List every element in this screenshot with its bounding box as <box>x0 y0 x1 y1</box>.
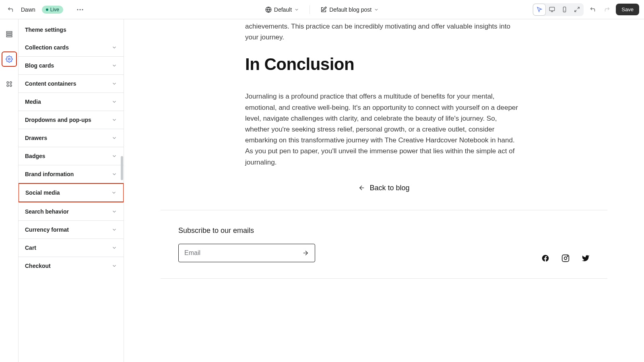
arrow-left-icon <box>358 184 365 191</box>
email-placeholder: Email <box>184 249 302 257</box>
article-paragraph: Journaling is a profound practice that o… <box>245 91 523 167</box>
topbar: Dawn Live Default Default blog post <box>0 0 644 19</box>
setting-search-behavior[interactable]: Search behavior <box>19 202 124 220</box>
svg-point-17 <box>10 82 12 84</box>
topbar-center: Default Default blog post <box>216 5 427 14</box>
instagram-icon[interactable] <box>561 254 570 262</box>
scrollbar-thumb[interactable] <box>121 156 123 180</box>
status-label: Live <box>50 7 59 12</box>
chevron-down-icon <box>111 263 117 269</box>
setting-media[interactable]: Media <box>19 93 124 111</box>
subscribe-block: Subscribe to our emails Email <box>178 226 315 262</box>
svg-point-24 <box>567 256 568 257</box>
theme-name: Dawn <box>21 6 35 13</box>
desktop-icon[interactable] <box>546 4 558 15</box>
subscribe-title: Subscribe to our emails <box>178 226 315 235</box>
svg-point-23 <box>564 257 567 259</box>
edit-page-icon <box>320 6 327 13</box>
divider <box>161 210 607 210</box>
page-selector[interactable]: Default blog post <box>318 5 381 14</box>
theme-settings-tab[interactable] <box>2 51 17 67</box>
template-selector[interactable]: Default <box>263 5 301 14</box>
setting-checkout[interactable]: Checkout <box>19 257 124 275</box>
preview-area: achievements. This practice can be incre… <box>124 19 644 362</box>
setting-social-media[interactable]: Social media <box>19 183 124 202</box>
chevron-down-icon <box>111 117 117 123</box>
fullscreen-icon[interactable] <box>571 4 583 15</box>
facebook-icon[interactable] <box>541 254 549 262</box>
svg-line-11 <box>575 10 576 12</box>
setting-label: Collection cards <box>25 44 69 51</box>
chevron-down-icon <box>111 99 117 105</box>
setting-label: Content containers <box>25 80 76 87</box>
setting-label: Social media <box>25 189 60 196</box>
chevron-down-icon <box>374 7 379 12</box>
email-input[interactable]: Email <box>178 244 315 262</box>
status-badge: Live <box>42 6 63 14</box>
svg-rect-12 <box>6 31 12 33</box>
viewport-switcher <box>533 3 584 16</box>
svg-rect-5 <box>549 7 555 11</box>
back-label: Back to blog <box>369 184 409 192</box>
divider <box>161 278 607 279</box>
setting-brand-information[interactable]: Brand information <box>19 165 124 183</box>
svg-rect-14 <box>6 36 12 37</box>
setting-drawers[interactable]: Drawers <box>19 129 124 147</box>
inspector-icon[interactable] <box>533 4 545 15</box>
svg-point-2 <box>82 9 83 10</box>
social-icons <box>541 254 590 262</box>
chevron-down-icon <box>111 209 117 214</box>
chevron-down-icon <box>111 245 117 251</box>
setting-label: Search behavior <box>25 208 69 215</box>
article-paragraph: achievements. This practice can be incre… <box>245 21 523 43</box>
topbar-right: Save <box>428 3 639 16</box>
save-button[interactable]: Save <box>616 4 639 15</box>
mobile-icon[interactable] <box>558 4 570 15</box>
page-label: Default blog post <box>329 6 372 13</box>
svg-point-18 <box>7 85 9 87</box>
setting-content-containers[interactable]: Content containers <box>19 74 124 93</box>
setting-badges[interactable]: Badges <box>19 147 124 165</box>
twitter-icon[interactable] <box>582 254 590 262</box>
setting-label: Currency format <box>25 226 69 233</box>
svg-point-0 <box>77 9 78 10</box>
template-label: Default <box>274 6 292 13</box>
setting-label: Media <box>25 99 41 105</box>
setting-collection-cards[interactable]: Collection cards <box>19 39 124 56</box>
sidebar-title: Theme settings <box>19 19 124 39</box>
sidebar: Theme settings Collection cards Blog car… <box>19 19 124 362</box>
status-dot-icon <box>46 8 48 11</box>
topbar-left: Dawn Live <box>5 4 216 15</box>
setting-label: Checkout <box>25 263 51 269</box>
undo-button[interactable] <box>587 4 598 15</box>
chevron-down-icon <box>294 7 299 12</box>
footer: Subscribe to our emails Email <box>161 226 607 278</box>
setting-label: Dropdowns and pop-ups <box>25 117 91 123</box>
article-heading: In Conclusion <box>245 55 523 74</box>
chevron-down-icon <box>111 81 117 86</box>
chevron-down-icon <box>111 227 117 232</box>
chevron-down-icon <box>111 171 117 177</box>
apps-tab[interactable] <box>2 76 17 92</box>
svg-point-15 <box>8 58 10 60</box>
svg-point-16 <box>7 82 9 84</box>
redo-button[interactable] <box>601 4 613 15</box>
setting-label: Drawers <box>25 135 47 141</box>
submit-arrow-icon[interactable] <box>302 249 309 257</box>
setting-currency-format[interactable]: Currency format <box>19 220 124 239</box>
setting-dropdowns-popups[interactable]: Dropdowns and pop-ups <box>19 111 124 129</box>
svg-point-19 <box>10 85 12 87</box>
divider <box>310 5 310 14</box>
settings-list: Collection cards Blog cards Content cont… <box>19 39 124 281</box>
preview-frame: achievements. This practice can be incre… <box>161 21 607 279</box>
back-to-blog-link[interactable]: Back to blog <box>161 184 607 192</box>
setting-cart[interactable]: Cart <box>19 239 124 257</box>
sections-tab[interactable] <box>2 27 17 42</box>
more-menu-button[interactable] <box>74 4 86 15</box>
chevron-down-icon <box>111 63 117 68</box>
svg-rect-13 <box>6 34 12 35</box>
main: Theme settings Collection cards Blog car… <box>0 19 644 362</box>
chevron-down-icon <box>111 153 117 159</box>
exit-icon[interactable] <box>5 4 16 15</box>
setting-blog-cards[interactable]: Blog cards <box>19 56 124 74</box>
